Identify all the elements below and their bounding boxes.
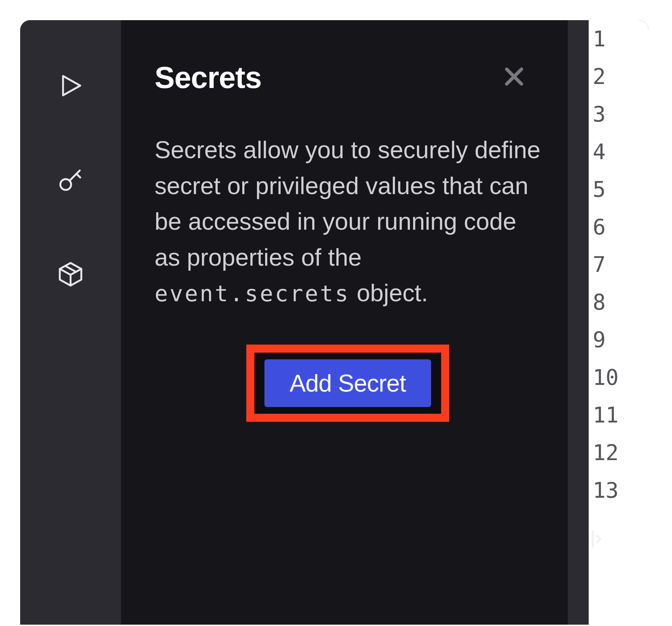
add-secret-button[interactable]: Add Secret xyxy=(264,359,431,407)
line-number: 11 xyxy=(591,396,624,434)
play-icon[interactable] xyxy=(52,67,89,104)
line-number: 2 xyxy=(591,58,624,95)
panel-title: Secrets xyxy=(154,60,261,95)
package-icon[interactable] xyxy=(52,255,89,292)
line-number: 1 xyxy=(591,20,624,58)
desc-text-tail: object. xyxy=(350,279,428,306)
column-resize-handle[interactable] xyxy=(589,526,606,552)
line-number: 6 xyxy=(591,208,624,246)
panel-description: Secrets allow you to securely define sec… xyxy=(154,132,541,311)
line-number: 4 xyxy=(591,133,624,171)
key-icon[interactable] xyxy=(52,161,89,198)
line-number: 10 xyxy=(591,359,624,396)
desc-text: Secrets allow you to securely define sec… xyxy=(154,136,541,271)
line-number-gutter: 12345678910111213 xyxy=(591,20,624,509)
svg-marker-0 xyxy=(63,76,80,95)
line-number: 13 xyxy=(591,472,624,509)
panel-header: Secrets xyxy=(154,60,541,95)
line-number: 5 xyxy=(591,171,624,208)
line-number: 8 xyxy=(591,283,624,321)
panel-gap xyxy=(568,20,589,625)
nav-rail xyxy=(20,20,121,625)
svg-line-6 xyxy=(65,266,76,272)
svg-line-3 xyxy=(77,174,80,177)
line-number: 3 xyxy=(591,95,624,133)
editor-strip: 12345678910111213 xyxy=(589,20,648,625)
desc-code: event.secrets xyxy=(154,281,350,307)
close-button[interactable] xyxy=(504,67,524,88)
line-number: 7 xyxy=(591,246,624,283)
secrets-panel: Secrets Secrets allow you to securely de… xyxy=(121,20,568,625)
line-number: 9 xyxy=(591,321,624,359)
line-number: 12 xyxy=(591,434,624,472)
app-frame: Secrets Secrets allow you to securely de… xyxy=(20,20,648,625)
button-highlight-box: Add Secret xyxy=(246,345,449,422)
